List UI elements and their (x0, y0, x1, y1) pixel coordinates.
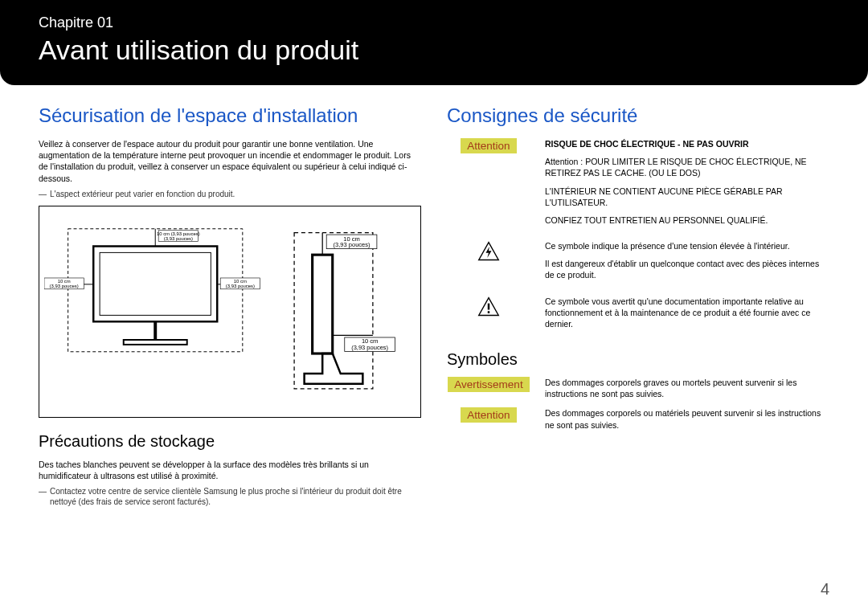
shock-warn-p3: CONFIEZ TOUT ENTRETIEN AU PERSONNEL QUAL… (545, 215, 829, 226)
svg-rect-30 (488, 311, 489, 313)
left-column: Sécurisation de l'espace d'installation … (39, 104, 421, 512)
shock-warn-p2: L'INTÉRIEUR NE CONTIENT AUCUNE PIÈCE GÉR… (545, 186, 829, 208)
storage-note-text: Contactez votre centre de service client… (50, 486, 421, 507)
avertissement-desc: Des dommages corporels graves ou mortels… (545, 377, 829, 399)
page-body: Sécurisation de l'espace d'installation … (0, 85, 868, 512)
clearance-figure: 10 cm (3,93 pouces) (3,93 pouces) 10 cm … (39, 206, 421, 418)
note-dash-icon: ― (39, 486, 47, 507)
svg-rect-2 (100, 252, 211, 315)
chapter-label: Chapitre 01 (39, 14, 829, 31)
avertissement-row: Avertissement Des dommages corporels gra… (447, 377, 829, 399)
chapter-banner: Chapitre 01 Avant utilisation du produit (0, 0, 868, 85)
avertissement-badge: Avertissement (448, 377, 529, 392)
clearance-side-view: 10 cm (3,93 pouces) 10 cm (3,93 pouces) (274, 215, 416, 409)
svg-text:(3,93 pouces): (3,93 pouces) (334, 241, 371, 248)
installation-note-text: L'aspect extérieur peut varier en foncti… (50, 189, 235, 199)
shock-warn-p1: Attention : POUR LIMITER LE RISQUE DE CH… (545, 156, 829, 178)
attention2-row: Attention Des dommages corporels ou maté… (447, 407, 829, 430)
attention-block: Attention RISQUE DE CHOC ÉLECTRIQUE - NE… (447, 138, 829, 232)
section-storage-title: Précautions de stockage (39, 432, 421, 451)
monitor-front-icon: 10 cm (3,93 pouces) (3,93 pouces) 10 cm … (44, 215, 266, 366)
attention-badge: Attention (461, 138, 516, 153)
chapter-title: Avant utilisation du produit (39, 35, 829, 66)
attention2-desc: Des dommages corporels ou matériels peuv… (545, 407, 829, 430)
shock-risk-title: RISQUE DE CHOC ÉLECTRIQUE - NE PAS OUVRI… (545, 138, 829, 149)
shock-symbol-p1: Ce symbole indique la présence d'une ten… (545, 240, 829, 251)
storage-paragraph: Des taches blanches peuvent se développe… (39, 459, 421, 481)
note-dash-icon: ― (39, 189, 47, 199)
svg-rect-18 (313, 255, 333, 353)
svg-rect-1 (93, 246, 217, 321)
exclamation-symbol-block: Ce symbole vous avertit qu'une documenta… (447, 296, 829, 337)
high-voltage-icon (477, 240, 500, 263)
shock-symbol-block: Ce symbole indique la présence d'une ten… (447, 240, 829, 288)
storage-note: ― Contactez votre centre de service clie… (39, 486, 421, 507)
section-safety-title: Consignes de sécurité (447, 104, 829, 127)
installation-note: ― L'aspect extérieur peut varier en fonc… (39, 189, 421, 199)
shock-symbol-p2: Il est dangereux d'établir un quelconque… (545, 258, 829, 280)
symbols-title: Symboles (447, 350, 829, 369)
svg-text:(3,93 pouces): (3,93 pouces) (352, 344, 389, 351)
monitor-side-icon: 10 cm (3,93 pouces) 10 cm (3,93 pouces) (274, 215, 416, 406)
svg-text:(3,93 pouces): (3,93 pouces) (164, 235, 193, 240)
section-installation-title: Sécurisation de l'espace d'installation (39, 104, 421, 127)
attention2-badge: Attention (461, 407, 516, 423)
right-column: Consignes de sécurité Attention RISQUE D… (447, 104, 829, 512)
installation-paragraph: Veillez à conserver de l'espace autour d… (39, 138, 421, 184)
svg-rect-29 (488, 303, 489, 309)
svg-rect-4 (124, 340, 187, 345)
exclamation-symbol-p1: Ce symbole vous avertit qu'une documenta… (545, 296, 829, 330)
svg-text:(3,93 pouces): (3,93 pouces) (226, 284, 255, 288)
svg-text:(3,93 pouces): (3,93 pouces) (50, 284, 79, 288)
clearance-front-view: 10 cm (3,93 pouces) (3,93 pouces) 10 cm … (44, 215, 266, 409)
page-number: 4 (821, 580, 829, 599)
exclamation-icon (477, 296, 500, 318)
